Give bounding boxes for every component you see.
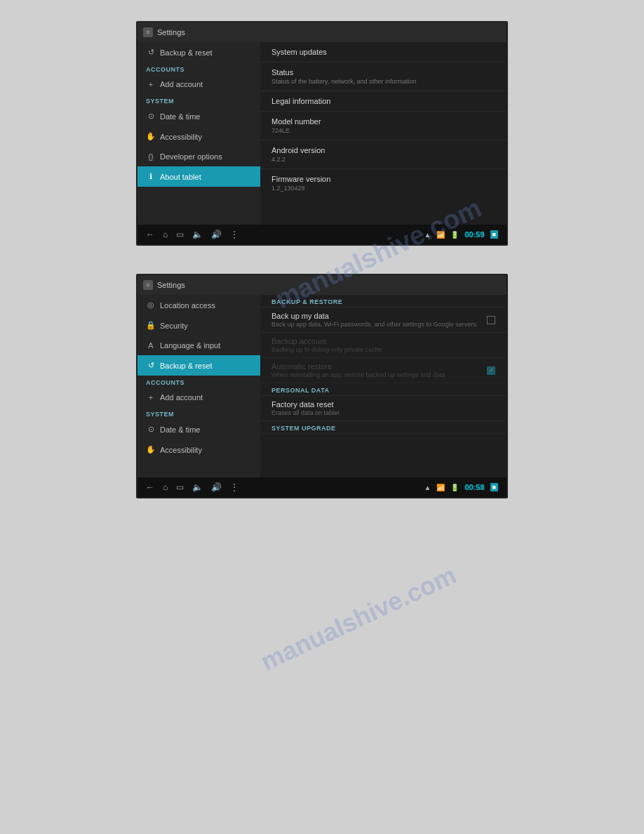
content-firmware-version[interactable]: Firmware version 1.2_130428 bbox=[260, 169, 507, 197]
developer-icon-1: {} bbox=[146, 152, 156, 161]
language-icon-2: A bbox=[146, 341, 156, 350]
sidebar-item-accessibility-1[interactable]: ✋ Accessibility bbox=[137, 126, 260, 147]
info-icon-1: ℹ bbox=[146, 172, 156, 181]
content-status[interactable]: Status Status of the battery, network, a… bbox=[260, 62, 507, 91]
accessibility-icon-2: ✋ bbox=[146, 445, 156, 454]
nav-right-2: ▲ 📶 🔋 00:58 ■ bbox=[424, 483, 498, 491]
personal-data-label: PERSONAL DATA bbox=[260, 383, 507, 396]
sidebar-item-accessibility-2[interactable]: ✋ Accessibility bbox=[137, 439, 260, 460]
signal-icon-2: 📶 bbox=[436, 484, 445, 491]
clock-icon-1: ⊙ bbox=[146, 112, 156, 121]
clock-icon-2: ⊙ bbox=[146, 425, 156, 434]
back-icon-2[interactable]: ← bbox=[146, 482, 154, 492]
vol-up-icon-1[interactable]: 🔊 bbox=[211, 230, 222, 239]
content-pane-1: System updates Status Status of the batt… bbox=[260, 42, 507, 225]
content-model-number[interactable]: Model number 724LE bbox=[260, 112, 507, 140]
backup-item-account: Backup account Backing up to debug-only … bbox=[260, 333, 507, 358]
more-icon-1[interactable]: ⋮ bbox=[230, 230, 239, 239]
sidebar-item-backup-reset-1[interactable]: ↺ Backup & reset bbox=[137, 42, 260, 62]
back-icon-1[interactable]: ← bbox=[146, 230, 154, 239]
battery-icon-1: 🔋 bbox=[450, 231, 459, 239]
settings-icon-2: ≡ bbox=[143, 280, 153, 290]
watermark-2: manualshive.com bbox=[256, 560, 461, 677]
add-icon-2: + bbox=[146, 393, 156, 402]
sidebar-item-backup-2[interactable]: ↺ Backup & reset bbox=[137, 355, 260, 376]
settings-title-2: Settings bbox=[157, 281, 185, 289]
home-icon-2[interactable]: ⌂ bbox=[163, 482, 168, 492]
sidebar-item-add-account-1[interactable]: + Add account bbox=[137, 74, 260, 94]
auto-restore-checkbox[interactable]: ✓ bbox=[487, 366, 495, 375]
sidebar-item-add-account-2[interactable]: + Add account bbox=[137, 388, 260, 407]
recents-icon-1[interactable]: ▭ bbox=[176, 230, 184, 239]
security-icon-2: 🔒 bbox=[146, 321, 156, 330]
backup-icon-1: ↺ bbox=[146, 48, 156, 57]
sidebar-section-system-1: SYSTEM bbox=[137, 94, 260, 106]
backup-data-checkbox[interactable] bbox=[487, 316, 495, 324]
backup-icon-2: ↺ bbox=[146, 361, 156, 370]
nav-left-2: ← ⌂ ▭ 🔈 🔊 ⋮ bbox=[146, 482, 239, 492]
signal-icon-1: 📶 bbox=[436, 231, 445, 239]
recents-icon-2[interactable]: ▭ bbox=[176, 482, 184, 492]
content-system-updates[interactable]: System updates bbox=[260, 42, 507, 62]
clock-display-2: 00:58 bbox=[464, 483, 484, 491]
battery-icon-2: 🔋 bbox=[450, 484, 459, 491]
page-wrapper: ≡ Settings ↺ Backup & reset ACCOUNTS + A… bbox=[0, 0, 644, 834]
location-icon-2: ◎ bbox=[146, 300, 156, 310]
settings-body-2: ◎ Location access 🔒 Security A Language … bbox=[137, 295, 507, 477]
sidebar-item-language-2[interactable]: A Language & input bbox=[137, 336, 260, 355]
sidebar-item-developer-1[interactable]: {} Developer options bbox=[137, 147, 260, 166]
sidebar-1: ↺ Backup & reset ACCOUNTS + Add account … bbox=[137, 42, 260, 225]
sidebar-item-about-1[interactable]: ℹ About tablet bbox=[137, 166, 260, 187]
backup-item-auto-restore: Automatic restore When reinstalling an a… bbox=[260, 358, 507, 383]
system-upgrade-label: SYSTEM UPGRADE bbox=[260, 421, 507, 434]
settings-header-1: ≡ Settings bbox=[137, 22, 507, 42]
backup-restore-label: BACKUP & RESTORE bbox=[260, 295, 507, 307]
settings-title-1: Settings bbox=[157, 28, 185, 37]
vol-down-icon-2[interactable]: 🔈 bbox=[192, 482, 203, 492]
screenshot-1: ≡ Settings ↺ Backup & reset ACCOUNTS + A… bbox=[136, 21, 508, 246]
accessibility-icon-1: ✋ bbox=[146, 132, 156, 141]
nav-bar-2: ← ⌂ ▭ 🔈 🔊 ⋮ ▲ 📶 🔋 00:58 ■ bbox=[137, 477, 507, 497]
settings-icon-1: ≡ bbox=[143, 27, 153, 37]
settings-header-2: ≡ Settings bbox=[137, 275, 507, 295]
sidebar-section-accounts-1: ACCOUNTS bbox=[137, 62, 260, 74]
backup-item-back-up-data[interactable]: Back up my data Back up app data, Wi-Fi … bbox=[260, 307, 507, 333]
more-icon-2[interactable]: ⋮ bbox=[230, 482, 239, 492]
wifi-icon-2: ▲ bbox=[424, 484, 431, 491]
content-android-version[interactable]: Android version 4.2.2 bbox=[260, 140, 507, 169]
clock-display-1: 00:59 bbox=[464, 230, 484, 239]
sidebar-section-system-2: SYSTEM bbox=[137, 407, 260, 419]
content-legal[interactable]: Legal information bbox=[260, 91, 507, 112]
factory-reset-item[interactable]: Factory data reset Erases all data on ta… bbox=[260, 396, 507, 421]
sidebar-section-accounts-2: ACCOUNTS bbox=[137, 376, 260, 388]
nav-left-1: ← ⌂ ▭ 🔈 🔊 ⋮ bbox=[146, 230, 239, 239]
indicator-1: ■ bbox=[490, 230, 498, 239]
sidebar-item-date-time-2[interactable]: ⊙ Date & time bbox=[137, 419, 260, 439]
sidebar-item-security-2[interactable]: 🔒 Security bbox=[137, 315, 260, 336]
settings-body-1: ↺ Backup & reset ACCOUNTS + Add account … bbox=[137, 42, 507, 225]
wifi-icon-1: ▲ bbox=[424, 231, 431, 239]
sidebar-item-date-time-1[interactable]: ⊙ Date & time bbox=[137, 106, 260, 126]
add-icon-1: + bbox=[146, 80, 156, 88]
nav-bar-1: ← ⌂ ▭ 🔈 🔊 ⋮ ▲ 📶 🔋 00:59 ■ bbox=[137, 225, 507, 244]
indicator-2: ■ bbox=[490, 483, 498, 491]
vol-up-icon-2[interactable]: 🔊 bbox=[211, 482, 222, 492]
content-pane-2: BACKUP & RESTORE Back up my data Back up… bbox=[260, 295, 507, 477]
sidebar-item-location-2[interactable]: ◎ Location access bbox=[137, 295, 260, 315]
home-icon-1[interactable]: ⌂ bbox=[163, 230, 168, 239]
vol-down-icon-1[interactable]: 🔈 bbox=[192, 230, 203, 239]
nav-right-1: ▲ 📶 🔋 00:59 ■ bbox=[424, 230, 498, 239]
sidebar-2: ◎ Location access 🔒 Security A Language … bbox=[137, 295, 260, 477]
screenshot-2: ≡ Settings ◎ Location access 🔒 Security … bbox=[136, 274, 508, 498]
